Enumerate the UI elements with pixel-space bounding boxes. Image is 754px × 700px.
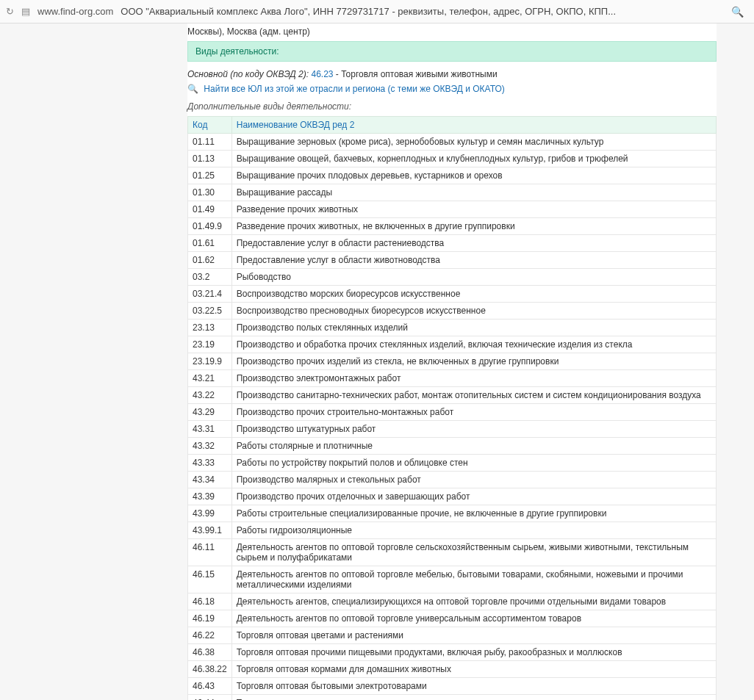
cell-name: Производство малярных и стекольных работ [231, 472, 716, 488]
cell-code: 46.22 [188, 627, 232, 644]
cell-name: Торговля оптовая изделиями из керамики и… [231, 695, 716, 701]
cell-name: Работы гидроизоляционные [231, 522, 716, 539]
table-row: 01.25Выращивание прочих плодовых деревье… [188, 167, 717, 184]
reader-icon[interactable]: ▤ [21, 6, 30, 17]
cell-code: 43.21 [188, 370, 232, 387]
additional-label: Дополнительные виды деятельности: [187, 101, 717, 112]
table-row: 03.2Рыбоводство [188, 269, 717, 286]
cell-name: Предоставление услуг в области животново… [231, 252, 716, 269]
cell-code: 46.11 [188, 539, 232, 566]
cell-code: 43.34 [188, 472, 232, 488]
cell-code: 43.33 [188, 455, 232, 472]
find-same-line: 🔍 Найти все ЮЛ из этой же отрасли и реги… [187, 84, 717, 94]
page-wrap: Москвы), Москва (адм. центр) Виды деятел… [0, 24, 754, 700]
table-row: 01.11Выращивание зерновых (кроме риса), … [188, 134, 717, 151]
table-row: 01.13Выращивание овощей, бахчевых, корне… [188, 151, 717, 167]
table-row: 46.38Торговля оптовая прочими пищевыми п… [188, 644, 717, 661]
table-row: 43.34Производство малярных и стекольных … [188, 472, 717, 488]
cell-code: 01.49.9 [188, 218, 232, 235]
main-prefix: Основной (по коду ОКВЭД 2): [187, 69, 309, 79]
cell-code: 23.19.9 [188, 353, 232, 370]
cell-code: 01.62 [188, 252, 232, 269]
th-code[interactable]: Код [188, 117, 232, 134]
table-row: 46.38.22Торговля оптовая кормами для дом… [188, 661, 717, 678]
cell-code: 43.29 [188, 404, 232, 421]
cell-code: 03.2 [188, 269, 232, 286]
magnifier-icon: 🔍 [187, 84, 198, 94]
cell-code: 46.15 [188, 566, 232, 593]
cell-code: 46.43 [188, 678, 232, 695]
search-icon[interactable]: 🔍 [731, 6, 748, 18]
cell-name: Работы строительные специализированные п… [231, 505, 716, 522]
table-row: 43.32Работы столярные и плотничные [188, 438, 717, 455]
cell-name: Деятельность агентов по оптовой торговле… [231, 566, 716, 593]
table-row: 43.29Производство прочих строительно-мон… [188, 404, 717, 421]
cell-code: 03.22.5 [188, 303, 232, 320]
table-row: 43.99Работы строительные специализирован… [188, 505, 717, 522]
main-okved-code[interactable]: 46.23 [311, 69, 333, 79]
table-row: 01.49Разведение прочих животных [188, 201, 717, 218]
cell-name: Деятельность агентов по оптовой торговле… [231, 539, 716, 566]
table-row: 46.22Торговля оптовая цветами и растения… [188, 627, 717, 644]
section-heading: Виды деятельности: [187, 41, 717, 62]
cell-name: Рыбоводство [231, 269, 716, 286]
cell-name: Разведение прочих животных [231, 201, 716, 218]
cell-name: Торговля оптовая цветами и растениями [231, 627, 716, 644]
cell-name: Производство полых стеклянных изделий [231, 320, 716, 336]
table-row: 43.99.1Работы гидроизоляционные [188, 522, 717, 539]
cell-name: Работы столярные и плотничные [231, 438, 716, 455]
table-row: 01.62Предоставление услуг в области живо… [188, 252, 717, 269]
th-name[interactable]: Наименование ОКВЭД ред 2 [231, 117, 716, 134]
cell-code: 43.22 [188, 387, 232, 404]
cell-code: 23.19 [188, 336, 232, 353]
table-row: 46.19Деятельность агентов по оптовой тор… [188, 610, 717, 627]
cell-name: Производство санитарно-технических работ… [231, 387, 716, 404]
breadcrumb-fragment: Москвы), Москва (адм. центр) [187, 24, 717, 41]
table-row: 01.30Выращивание рассады [188, 184, 717, 201]
cell-code: 46.19 [188, 610, 232, 627]
main-okved-desc: - Торговля оптовая живыми животными [336, 69, 498, 79]
cell-name: Производство прочих отделочных и заверша… [231, 488, 716, 505]
cell-code: 23.13 [188, 320, 232, 336]
table-row: 43.33Работы по устройству покрытий полов… [188, 455, 717, 472]
reload-icon[interactable]: ↻ [6, 6, 14, 17]
main-activity-line: Основной (по коду ОКВЭД 2): 46.23 - Торг… [187, 69, 717, 79]
cell-name: Воспроизводство пресноводных биоресурсов… [231, 303, 716, 320]
cell-code: 01.49 [188, 201, 232, 218]
cell-name: Торговля оптовая кормами для домашних жи… [231, 661, 716, 678]
table-row: 43.21Производство электромонтажных работ [188, 370, 717, 387]
cell-name: Производство электромонтажных работ [231, 370, 716, 387]
cell-name: Разведение прочих животных, не включенны… [231, 218, 716, 235]
cell-name: Производство штукатурных работ [231, 421, 716, 438]
table-row: 01.61Предоставление услуг в области раст… [188, 235, 717, 252]
cell-name: Выращивание рассады [231, 184, 716, 201]
cell-name: Работы по устройству покрытий полов и об… [231, 455, 716, 472]
okved-table: Код Наименование ОКВЭД ред 2 01.11Выращи… [187, 116, 717, 700]
table-row: 46.43Торговля оптовая бытовыми электрото… [188, 678, 717, 695]
cell-name: Предоставление услуг в области растениев… [231, 235, 716, 252]
cell-code: 43.31 [188, 421, 232, 438]
table-row: 43.22Производство санитарно-технических … [188, 387, 717, 404]
cell-name: Выращивание зерновых (кроме риса), зерно… [231, 134, 716, 151]
cell-code: 43.32 [188, 438, 232, 455]
table-row: 01.49.9Разведение прочих животных, не вк… [188, 218, 717, 235]
cell-code: 43.39 [188, 488, 232, 505]
find-same-link[interactable]: Найти все ЮЛ из этой же отрасли и регион… [204, 84, 504, 94]
cell-code: 03.21.4 [188, 286, 232, 303]
table-row: 43.31Производство штукатурных работ [188, 421, 717, 438]
cell-name: Воспроизводство морских биоресурсов иску… [231, 286, 716, 303]
table-row: 46.11Деятельность агентов по оптовой тор… [188, 539, 717, 566]
table-row: 03.21.4Воспроизводство морских биоресурс… [188, 286, 717, 303]
cell-code: 01.11 [188, 134, 232, 151]
table-row: 46.44Торговля оптовая изделиями из керам… [188, 695, 717, 701]
table-row: 23.19.9Производство прочих изделий из ст… [188, 353, 717, 370]
cell-code: 01.30 [188, 184, 232, 201]
cell-name: Производство прочих строительно-монтажны… [231, 404, 716, 421]
table-row: 46.15Деятельность агентов по оптовой тор… [188, 566, 717, 593]
page-title: ООО "Аквариальный комплекс Аква Лого", И… [121, 6, 724, 17]
table-row: 03.22.5Воспроизводство пресноводных биор… [188, 303, 717, 320]
url-text[interactable]: www.find-org.com [37, 6, 113, 17]
table-row: 23.13Производство полых стеклянных издел… [188, 320, 717, 336]
cell-code: 01.13 [188, 151, 232, 167]
cell-name: Выращивание прочих плодовых деревьев, ку… [231, 167, 716, 184]
